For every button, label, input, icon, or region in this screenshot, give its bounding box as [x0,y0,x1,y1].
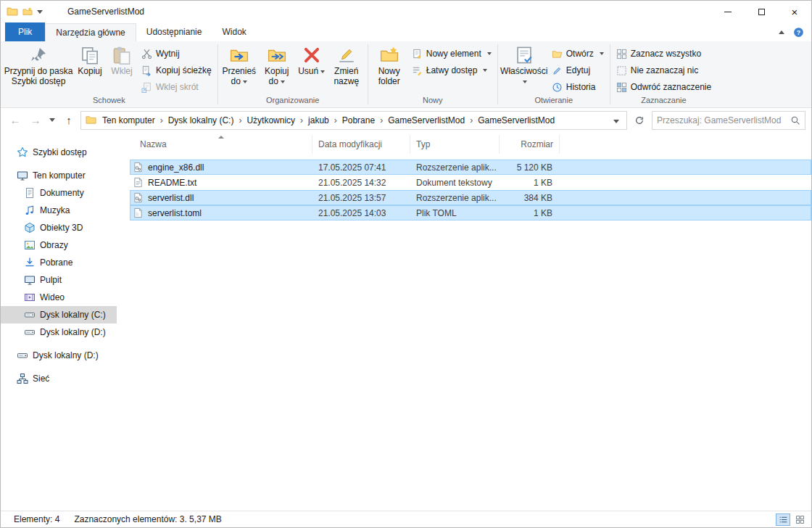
breadcrumb-item[interactable]: Użytkownicy [242,115,299,125]
window-controls: × [711,1,811,22]
column-date-label: Data modyfikacji [318,139,382,149]
file-type: Rozszerzenie aplik... [410,162,500,173]
address-dropdown-button[interactable] [610,115,622,125]
invert-selection-button[interactable]: Odwróć zaznaczenie [613,80,714,94]
select-all-button[interactable]: Zaznacz wszystko [613,46,714,61]
history-label: Historia [566,82,596,92]
file-row[interactable]: README.txt21.05.2025 14:32Dokument tekst… [130,175,811,190]
history-button[interactable]: Historia [549,80,607,94]
file-name-cell: engine_x86.dll [130,162,312,173]
breadcrumb-item[interactable]: Dysk lokalny (C:) [164,115,239,125]
tab-file[interactable]: Plik [5,22,45,41]
rename-button[interactable]: Zmień nazwę [328,43,365,95]
pin-to-quick-access-button[interactable]: Przypnij do paska Szybki dostęp [4,43,73,95]
column-header-name[interactable]: Nazwa [130,135,312,154]
quick-access-toolbar-icon[interactable] [22,7,33,17]
sidebar-item-local-disk-d[interactable]: Dysk lokalny (D:) [1,323,117,341]
recent-locations-button[interactable] [47,111,57,130]
open-button[interactable]: Otwórz [549,46,607,61]
maximize-button[interactable] [745,1,778,22]
sidebar-item-network[interactable]: Sieć [1,370,117,387]
back-button[interactable]: ← [7,111,24,130]
minimize-icon [724,12,732,12]
explorer-icon [7,6,18,17]
items-count: Elementy: 4 [14,514,59,524]
new-folder-button[interactable]: Nowy folder [371,43,407,95]
cut-label: Wytnij [156,49,180,59]
drive-icon [24,309,36,321]
paste-shortcut-label: Wklej skrót [156,82,199,92]
cut-button[interactable]: Wytnij [138,46,215,61]
file-name: engine_x86.dll [148,162,204,173]
invert-selection-icon [616,82,627,93]
paste-label: Wklej [111,66,132,76]
sidebar-item-local-disk-d-root[interactable]: Dysk lokalny (D:) [1,347,117,364]
details-view-button[interactable] [776,513,790,526]
forward-button[interactable]: → [27,111,44,130]
paste-shortcut-button[interactable]: Wklej skrót [138,80,215,94]
properties-button[interactable]: Właściwości [501,43,547,95]
location-folder-icon[interactable] [86,115,96,125]
txt-file-icon [133,177,144,188]
minimize-button[interactable] [711,1,745,22]
copy-to-button[interactable]: Kopiuj do [259,43,295,95]
delete-button[interactable]: Usuń [297,43,327,95]
sidebar-item-documents[interactable]: Dokumenty [1,184,117,202]
file-date: 21.05.2025 13:57 [312,193,410,203]
caret-down-icon [600,52,604,55]
sidebar-item-music[interactable]: Muzyka [1,202,117,219]
easy-access-button[interactable]: Łatwy dostęp [409,63,494,78]
file-date: 21.05.2025 14:03 [312,208,410,218]
sidebar-item-videos[interactable]: Wideo [1,289,117,306]
navigation-pane: Szybki dostępTen komputerDokumentyMuzyka… [1,132,117,511]
file-row[interactable]: serverlist.dll21.05.2025 13:57Rozszerzen… [130,190,811,205]
sidebar-item-quick-access[interactable]: Szybki dostęp [1,144,117,161]
file-size: 1 KB [500,178,560,188]
help-icon[interactable]: ? [793,27,804,38]
file-name: README.txt [148,178,196,188]
address-box[interactable]: Ten komputer›Dysk lokalny (C:)›Użytkowni… [80,111,627,130]
copy-path-button[interactable]: Kopiuj ścieżkę [138,63,215,78]
column-header-size[interactable]: Rozmiar [500,135,560,154]
sidebar-item-pictures[interactable]: Obrazy [1,236,117,254]
view-switcher [776,513,807,526]
sidebar-item-downloads[interactable]: Pobrane [1,254,117,271]
close-button[interactable]: × [778,1,811,22]
thumbnails-view-button[interactable] [792,513,807,526]
sidebar-item-3d-objects[interactable]: Obiekty 3D [1,219,117,236]
file-row[interactable]: engine_x86.dll17.05.2025 07:41Rozszerzen… [130,160,811,175]
sidebar-item-desktop[interactable]: Pulpit [1,271,117,289]
breadcrumb-item[interactable]: Pobrane [338,115,379,125]
sidebar-item-this-pc[interactable]: Ten komputer [1,167,117,184]
paste-button[interactable]: Wklej [107,43,137,95]
tab-view[interactable]: Widok [212,23,256,41]
column-header-type[interactable]: Typ [410,135,500,154]
sidebar-item-label: Dysk lokalny (C:) [40,310,106,320]
tab-home[interactable]: Narzędzia główne [45,23,136,41]
refresh-button[interactable] [630,111,649,130]
tab-share[interactable]: Udostępnianie [136,23,212,41]
edit-button[interactable]: Edytuj [549,63,607,78]
copy-icon [80,46,99,65]
file-date: 17.05.2025 07:41 [312,162,410,173]
quick-access-toolbar-caret-icon[interactable] [37,10,43,14]
file-row[interactable]: serverlist.toml21.05.2025 14:03Plik TOML… [130,205,811,220]
breadcrumb-item[interactable]: jakub [304,115,334,125]
move-to-button[interactable]: Przenieś do [221,43,257,95]
breadcrumb-item[interactable]: Ten komputer [98,115,160,125]
select-none-button[interactable]: Nie zaznaczaj nic [613,63,714,78]
sidebar-item-local-disk-c[interactable]: Dysk lokalny (C:) [1,306,117,323]
breadcrumb-item[interactable]: GameServerlistMod [384,115,469,125]
up-button[interactable]: ↑ [60,111,78,130]
new-item-button[interactable]: Nowy element [409,46,494,61]
copy-button[interactable]: Kopiuj [75,43,105,95]
search-icon[interactable] [790,115,800,125]
breadcrumb-item[interactable]: GameServerlistMod [473,115,559,125]
column-size-label: Rozmiar [521,139,553,149]
file-pane: Nazwa Data modyfikacji Typ Rozmiar engin… [117,132,811,511]
main-area: Szybki dostępTen komputerDokumentyMuzyka… [1,132,811,511]
column-header-date[interactable]: Data modyfikacji [312,135,410,154]
properties-label: Właściwości [500,66,547,76]
search-input[interactable] [657,115,787,125]
ribbon-collapse-icon[interactable] [779,30,784,34]
